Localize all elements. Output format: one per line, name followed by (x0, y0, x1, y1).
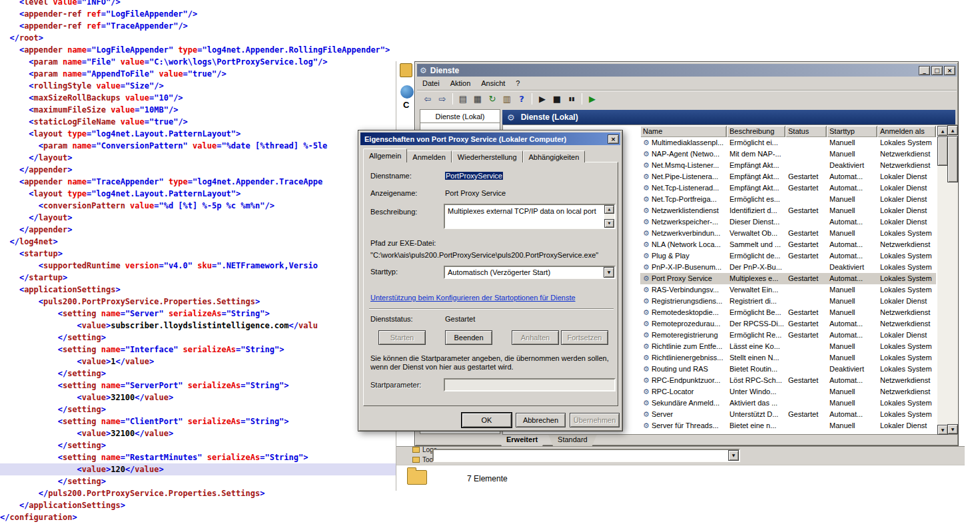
tab-abh-ngigkeiten[interactable]: Abhängigkeiten (523, 150, 586, 162)
tab-allgemein[interactable]: Allgemein (363, 148, 407, 162)
tab-dienste-lokal[interactable]: Dienste (Lokal) (420, 109, 500, 123)
beschreibung-textbox[interactable]: Multiplexes external TCP/IP data on loca… (444, 204, 616, 229)
console-window-icon[interactable]: ▤ (456, 93, 470, 106)
code-line[interactable]: <appender-ref ref="TraceAppender"/> (0, 20, 980, 32)
service-cell: Lokales System (877, 273, 936, 284)
dialog-titlebar[interactable]: Eigenschaften von Port Proxy Service (Lo… (360, 132, 620, 145)
anzeigename-value[interactable]: Port Proxy Service (445, 189, 506, 197)
export-list-icon[interactable]: ▥ (500, 93, 514, 106)
startparameter-input[interactable] (444, 378, 616, 392)
bernehmen-button[interactable]: Übernehmen (570, 413, 620, 427)
table-row[interactable]: ⚙NetzwerklistendienstIdentifiziert d...G… (640, 205, 936, 216)
close-button[interactable]: × (608, 134, 619, 144)
combobox-dropdown-button[interactable]: ▼ (728, 450, 739, 461)
scrollbar-thumb[interactable] (947, 136, 958, 182)
table-row[interactable]: ⚙Net.Tcp-Portfreiga...Ermöglicht es...Ma… (640, 194, 936, 205)
table-row[interactable]: ⚙Routing und RASBietet Routin...Deaktivi… (640, 364, 936, 375)
start-service-icon[interactable]: ▶ (536, 93, 549, 106)
view-tab-standard[interactable]: Standard (548, 435, 597, 446)
code-line[interactable]: <appender-ref ref="LogFileAppender"/> (0, 8, 980, 20)
beenden-button[interactable]: Beenden (445, 330, 492, 345)
table-row[interactable]: ⚙Netzwerkverbindun...Verwaltet Ob...Gest… (640, 228, 936, 239)
stop-service-icon[interactable]: ■ (550, 93, 564, 106)
starttyp-dropdown-button[interactable]: ▼ (604, 267, 614, 278)
scroll-down-icon[interactable]: ▼ (947, 424, 958, 434)
services-window-titlebar[interactable]: ⚙ Dienste _□× (417, 64, 957, 77)
menu-aktion[interactable]: Aktion (445, 78, 476, 89)
table-row[interactable]: ⚙NLA (Network Loca...Sammelt und ...Gest… (640, 239, 936, 250)
back-icon[interactable]: ⇦ (421, 93, 434, 106)
anhalten-button[interactable]: Anhalten (512, 330, 559, 345)
service-name-cell: ⚙Net.Msmq-Listener... (640, 160, 727, 171)
scroll-up-icon[interactable]: ▲ (937, 126, 948, 136)
table-row[interactable]: ⚙Sekundäre Anmeld...Aktiviert das ...Man… (640, 397, 936, 409)
table-row[interactable]: ⚙RPC-LocatorUnter Windo...ManuellNetzwer… (640, 386, 936, 397)
abbrechen-button[interactable]: Abbrechen (516, 413, 566, 427)
code-line[interactable]: </root> (0, 32, 980, 44)
list-scrollbar[interactable]: ▲ ▼ (937, 126, 948, 435)
table-row[interactable]: ⚙Remoteprozedurau...Der RPCSS-Di...Gesta… (640, 318, 936, 330)
scroll-down-icon[interactable]: ▼ (604, 219, 614, 228)
table-row[interactable]: ⚙Net.Tcp-Listenerad...Empfängt Akt...Ges… (640, 182, 936, 194)
starttyp-combobox[interactable]: Automatisch (Verzögerter Start) ▼ (444, 266, 616, 279)
startoptions-help-link[interactable]: Unterstützung beim Konfigurieren der Sta… (370, 294, 576, 302)
ok-button[interactable]: OK (462, 413, 512, 427)
scrollbar-thumb[interactable] (937, 136, 948, 166)
minimize-button[interactable]: _ (919, 66, 930, 75)
forward-icon[interactable]: ⇨ (436, 93, 449, 106)
code-line[interactable]: </applicationSettings> (0, 499, 980, 511)
help-icon[interactable]: ? (515, 93, 528, 106)
close-button[interactable]: × (944, 66, 955, 75)
table-row[interactable]: ⚙Multimediaklassenpl...Ermöglicht ei...M… (640, 137, 936, 148)
pane-scrollbar[interactable]: ▲ ▼ (947, 125, 958, 434)
restart-service-icon[interactable]: ▶ (586, 93, 599, 106)
gear-icon: ⚙ (507, 113, 515, 123)
table-row[interactable]: ⚙Server für Threads...Bietet eine n...Ma… (640, 420, 936, 431)
column-header-status[interactable]: Status (785, 126, 827, 137)
table-row[interactable]: ⚙RPC-Endpunktzuor...Löst RPC-Sch...Gesta… (640, 375, 936, 386)
column-header-name[interactable]: Name (640, 126, 727, 137)
service-cell: Gestartet (785, 375, 827, 386)
table-row[interactable]: ⚙ServerUnterstützt D...GestartetAutomat.… (640, 409, 936, 420)
code-line[interactable]: <value>120</value> (0, 463, 396, 475)
code-line[interactable]: </configuration> (0, 511, 980, 523)
code-line[interactable]: <level value="INFO"/> (0, 0, 980, 8)
table-row[interactable]: ⚙Port Proxy ServiceMultiplexes e...Gesta… (640, 273, 936, 284)
scroll-down-icon[interactable]: ▼ (937, 425, 948, 435)
table-row[interactable]: ⚙Net.Msmq-Listener...Empfängt Akt...Deak… (640, 160, 936, 171)
menu-datei[interactable]: Datei (417, 78, 445, 89)
menu-ansicht[interactable]: Ansicht (476, 78, 510, 89)
menu-hilfe[interactable]: ? (510, 78, 525, 89)
table-row[interactable]: ⚙Registrierungsdiens...Registriert di...… (640, 296, 936, 307)
table-row[interactable]: ⚙Net.Pipe-Listenera...Empfängt Akt...Ges… (640, 171, 936, 182)
pause-service-icon[interactable]: ▮▮ (565, 93, 578, 106)
table-row[interactable]: ⚙Remotedesktopdie...Ermöglicht Be...Gest… (640, 307, 936, 318)
filename-combobox[interactable]: ▼ (432, 449, 740, 462)
tab-anmelden[interactable]: Anmelden (406, 150, 452, 162)
maximize-button[interactable]: □ (931, 66, 943, 75)
table-row[interactable]: ⚙NAP-Agent (Netwo...Mit dem NAP-...Manue… (640, 148, 936, 160)
table-row[interactable]: ⚙Richtlinienergebniss...Stellt einen N..… (640, 352, 936, 364)
code-line[interactable]: <appender name="LogFileAppender" type="l… (0, 44, 980, 56)
menu-bar: DateiAktionAnsicht? (417, 77, 957, 90)
column-header-starttyp[interactable]: Starttyp (827, 126, 877, 137)
table-row[interactable]: ⚙RAS-Verbindungsv...Verwaltet Ein...Manu… (640, 284, 936, 296)
table-row[interactable]: ⚙Plug & PlayErmöglicht de...GestartetAut… (640, 250, 936, 262)
scroll-up-icon[interactable]: ▲ (947, 125, 958, 135)
fortsetzen-button[interactable]: Fortsetzen (561, 330, 608, 345)
dienstname-value[interactable]: PortProxyService (445, 172, 503, 180)
service-cell: Gestartet (785, 182, 827, 194)
column-header-anmelden-als[interactable]: Anmelden als (877, 126, 936, 137)
table-row[interactable]: ⚙PnP-X-IP-Busenum...Der PnP-X-Bu...Deakt… (640, 262, 936, 273)
tab-wiederherstellung[interactable]: Wiederherstellung (452, 150, 523, 162)
column-header-beschreibung[interactable]: Beschreibung (727, 126, 785, 137)
table-row[interactable]: ⚙Richtlinie zum Entfe...Lässt eine Ko...… (640, 341, 936, 352)
table-row[interactable]: ⚙Netzwerkspeicher-...Dieser Dienst...Aut… (640, 216, 936, 228)
starten-button[interactable]: Starten (378, 330, 426, 345)
refresh-icon[interactable]: ↻ (486, 93, 499, 106)
beschreibung-scrollbar[interactable]: ▲ ▼ (604, 205, 614, 228)
view-tab-erweitert[interactable]: Erweitert (497, 435, 547, 446)
properties-icon[interactable]: ▦ (471, 93, 484, 106)
scroll-up-icon[interactable]: ▲ (604, 205, 614, 214)
table-row[interactable]: ⚙RemoteregistrierungErmöglicht Re...Gest… (640, 330, 936, 341)
